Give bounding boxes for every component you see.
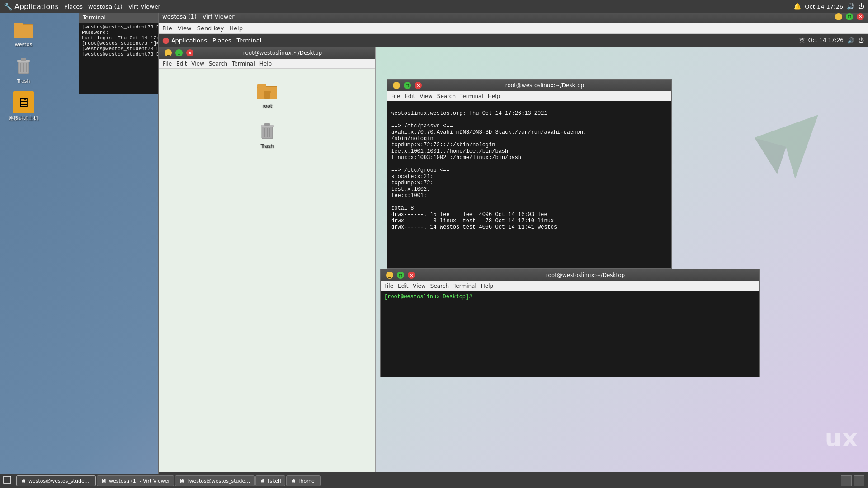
taskbar-icon-3: 🖥: [259, 477, 266, 484]
terminal2-body[interactable]: [root@westoslinux Desktop]#: [381, 291, 760, 377]
volume-icon[interactable]: 🔊: [847, 3, 854, 10]
westos-logo: [741, 102, 831, 194]
taskbar-item-1[interactable]: 🖥 westosa (1) - Virt Viewer: [97, 475, 174, 486]
fm-icon-trash[interactable]: Trash: [249, 118, 285, 151]
term1-menu-file[interactable]: File: [391, 93, 400, 99]
inner-apps-icon: ⬤: [162, 37, 170, 44]
file-manager-titlebar: _ □ ✕ root@westoslinux:~/Desktop: [159, 47, 375, 59]
virt-viewer-menubar: File View Send key Help: [159, 23, 868, 34]
virt-menu-view[interactable]: View: [178, 25, 192, 32]
apps-icon: 🔧: [4, 2, 13, 11]
terminal1-titlebar: _ □ ✕ root@westoslinux:~/Desktop: [387, 80, 671, 91]
term1-menu-help[interactable]: Help: [488, 93, 500, 99]
fm-close[interactable]: ✕: [186, 49, 193, 56]
term2-menu-view[interactable]: View: [413, 283, 425, 289]
term2-menu-terminal[interactable]: Terminal: [453, 283, 476, 289]
inner-apps-label[interactable]: Applications: [171, 37, 207, 44]
term2-menu-file[interactable]: File: [384, 283, 393, 289]
fm-menu-terminal[interactable]: Terminal: [232, 61, 255, 67]
inner-apps-menu[interactable]: ⬤ Applications: [162, 37, 207, 44]
desktop-icon-area: westos Trash 🖥 连接讲师主机: [5, 16, 42, 123]
taskbar-item-3[interactable]: 🖥 [skel]: [255, 475, 285, 486]
virt-menu-file[interactable]: File: [162, 25, 172, 32]
taskbar-item-2[interactable]: 🖥 [westos@westos_student73:~/Des...: [175, 475, 255, 486]
fm-trash-icon: [256, 120, 278, 141]
file-manager-window: _ □ ✕ root@westoslinux:~/Desktop File Ed…: [159, 47, 376, 488]
folder-icon: [13, 18, 34, 40]
term1-minimize[interactable]: _: [393, 82, 400, 89]
outer-datetime: Oct 14 17:26: [805, 3, 843, 10]
fm-menu-file[interactable]: File: [163, 61, 172, 67]
outer-apps-menu[interactable]: 🔧 Applications: [4, 2, 59, 11]
virt-viewer-maximize[interactable]: □: [846, 13, 853, 20]
inner-volume-icon[interactable]: 🔊: [847, 37, 854, 44]
svg-rect-16: [264, 123, 270, 126]
fm-menu-help[interactable]: Help: [259, 61, 272, 67]
terminal1-body[interactable]: westoslinux.westos.org: Thu Oct 14 17:26…: [387, 101, 671, 268]
taskbar-item-4[interactable]: 🖥 [home]: [286, 475, 321, 486]
desktop-icon-trash[interactable]: Trash: [5, 53, 42, 86]
virt-viewer-window: westosa (1) - Virt Viewer _ □ ✕ File Vie…: [158, 10, 868, 488]
term2-close[interactable]: ✕: [408, 272, 415, 279]
inner-places-menu[interactable]: Places: [212, 37, 231, 44]
virt-menu-help[interactable]: Help: [229, 25, 243, 32]
fm-icon-root[interactable]: root: [249, 78, 285, 111]
virt-menu-sendkey[interactable]: Send key: [197, 25, 224, 32]
taskbar-label-0: westos@westos_student73:~/Des...: [28, 478, 92, 484]
desktop-icon-westos-label: westos: [15, 42, 32, 47]
inner-power-icon[interactable]: ⏻: [858, 37, 864, 44]
fm-icon-trash-label: Trash: [260, 143, 274, 149]
inner-top-panel: ⬤ Applications Places Terminal 英 Oct 14 …: [159, 34, 868, 47]
term2-menu-search[interactable]: Search: [430, 283, 449, 289]
terminal-window-2: _ □ ✕ root@westoslinux:~/Desktop File Ed…: [380, 269, 760, 377]
taskbar-label-4: [home]: [298, 478, 316, 484]
outer-top-panel: 🔧 Applications Places westosa (1) - Virt…: [0, 0, 868, 13]
fm-minimize[interactable]: _: [165, 49, 172, 56]
virt-viewer-close[interactable]: ✕: [857, 13, 864, 20]
term2-menu-edit[interactable]: Edit: [398, 283, 408, 289]
desktop-icon-westos[interactable]: westos: [5, 16, 42, 49]
taskbar-item-0[interactable]: 🖥 westos@westos_student73:~/Des...: [16, 475, 96, 486]
term1-menu-view[interactable]: View: [420, 93, 432, 99]
virt-viewer-minimize[interactable]: _: [835, 13, 842, 20]
connected-icon: 🖥: [13, 91, 34, 113]
virt-viewer-title: westosa (1) - Virt Viewer: [162, 13, 235, 20]
outer-show-desktop[interactable]: [0, 475, 14, 486]
fm-menu-edit[interactable]: Edit: [176, 61, 187, 67]
inner-datetime: Oct 14 17:26: [808, 37, 844, 43]
fm-maximize[interactable]: □: [175, 49, 183, 56]
virt-viewer-content: ⬤ Applications Places Terminal 英 Oct 14 …: [159, 34, 868, 488]
term2-maximize[interactable]: □: [397, 272, 404, 279]
network-icon: 🔔: [793, 3, 801, 10]
westos-brand-text: ux: [825, 424, 859, 451]
outer-bottom-panel: 🖥 westos@westos_student73:~/Des... 🖥 wes…: [0, 474, 868, 488]
taskbar-icon-4: 🖥: [290, 477, 297, 484]
term1-menu-edit[interactable]: Edit: [405, 93, 415, 99]
terminal1-title: root@westoslinux:~/Desktop: [422, 82, 668, 89]
workspace-btn-1[interactable]: [841, 475, 852, 486]
fm-icon-root-label: root: [262, 103, 272, 109]
power-icon[interactable]: ⏻: [858, 3, 864, 10]
term2-menu-help[interactable]: Help: [481, 283, 493, 289]
term1-maximize[interactable]: □: [404, 82, 411, 89]
svg-rect-23: [4, 476, 11, 483]
workspace-btn-2[interactable]: [854, 475, 864, 486]
file-manager-title: root@westoslinux:~/Desktop: [193, 50, 372, 56]
taskbar-icon-1: 🖥: [101, 477, 107, 484]
svg-rect-12: [264, 92, 270, 99]
term1-menu-search[interactable]: Search: [437, 93, 456, 99]
desktop-icon-connected-label: 连接讲师主机: [9, 115, 38, 122]
fm-menu-search[interactable]: Search: [209, 61, 227, 67]
inner-terminal-menu[interactable]: Terminal: [236, 37, 261, 44]
term1-menu-terminal[interactable]: Terminal: [460, 93, 483, 99]
file-manager-content: root: [159, 69, 375, 487]
term1-close[interactable]: ✕: [415, 82, 422, 89]
apps-label[interactable]: Applications: [14, 2, 59, 11]
inner-lang: 英: [799, 37, 805, 44]
fm-menu-view[interactable]: View: [191, 61, 204, 67]
outer-desktop: 🔧 Applications Places westosa (1) - Virt…: [0, 0, 868, 488]
outer-places-menu[interactable]: Places: [64, 3, 83, 10]
term2-minimize[interactable]: _: [386, 272, 393, 279]
desktop-icon-connected[interactable]: 🖥 连接讲师主机: [5, 89, 42, 123]
outer-terminal-title: Terminal: [83, 14, 106, 21]
